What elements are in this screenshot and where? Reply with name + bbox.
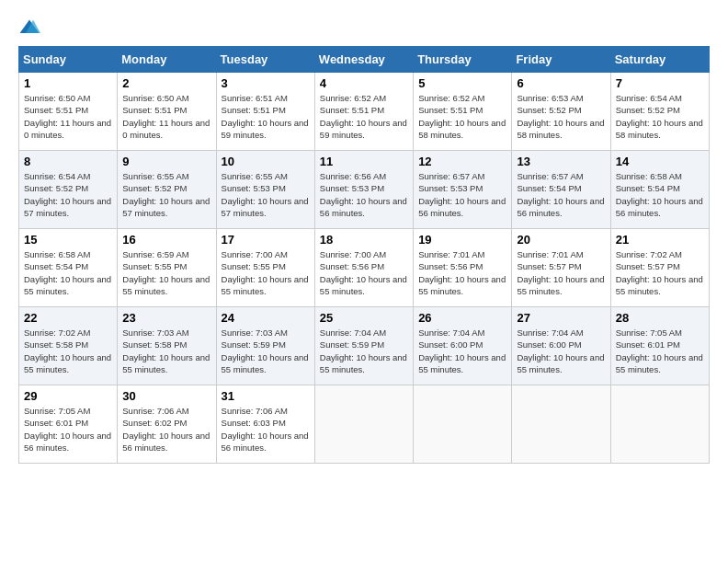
day-info: Sunrise: 6:54 AMSunset: 5:52 PMDaylight:…	[616, 92, 704, 141]
day-number: 18	[320, 233, 408, 247]
day-info: Sunrise: 6:54 AMSunset: 5:52 PMDaylight:…	[24, 170, 112, 219]
header	[18, 18, 710, 37]
day-info: Sunrise: 7:04 AMSunset: 6:00 PMDaylight:…	[517, 327, 605, 375]
day-number: 7	[616, 76, 704, 90]
day-number: 11	[320, 155, 408, 168]
day-number: 30	[122, 389, 210, 403]
calendar-cell: 20Sunrise: 7:01 AMSunset: 5:57 PMDayligh…	[512, 229, 610, 307]
day-number: 27	[517, 311, 605, 325]
calendar-cell: 1Sunrise: 6:50 AMSunset: 5:51 PMDaylight…	[19, 73, 118, 151]
calendar-cell	[610, 385, 709, 464]
calendar-cell: 18Sunrise: 7:00 AMSunset: 5:56 PMDayligh…	[314, 229, 413, 307]
day-info: Sunrise: 6:52 AMSunset: 5:51 PMDaylight:…	[320, 92, 408, 141]
day-header-sunday: Sunday	[19, 47, 118, 73]
day-info: Sunrise: 7:03 AMSunset: 5:58 PMDaylight:…	[122, 327, 210, 375]
calendar-cell: 6Sunrise: 6:53 AMSunset: 5:52 PMDaylight…	[512, 73, 610, 151]
calendar-cell: 9Sunrise: 6:55 AMSunset: 5:52 PMDaylight…	[118, 151, 216, 229]
day-number: 12	[418, 155, 506, 168]
day-header-saturday: Saturday	[610, 47, 709, 73]
day-info: Sunrise: 7:06 AMSunset: 6:02 PMDaylight:…	[122, 405, 210, 454]
calendar-cell: 21Sunrise: 7:02 AMSunset: 5:57 PMDayligh…	[610, 229, 709, 307]
day-number: 6	[517, 76, 605, 90]
calendar-week-row: 15Sunrise: 6:58 AMSunset: 5:54 PMDayligh…	[19, 229, 710, 307]
calendar-cell: 3Sunrise: 6:51 AMSunset: 5:51 PMDaylight…	[216, 73, 314, 151]
day-info: Sunrise: 7:01 AMSunset: 5:56 PMDaylight:…	[418, 248, 506, 297]
day-info: Sunrise: 6:58 AMSunset: 5:54 PMDaylight:…	[24, 248, 112, 297]
day-info: Sunrise: 7:04 AMSunset: 6:00 PMDaylight:…	[418, 327, 506, 375]
day-number: 2	[122, 76, 210, 90]
calendar-cell: 14Sunrise: 6:58 AMSunset: 5:54 PMDayligh…	[610, 151, 709, 229]
calendar-body: 1Sunrise: 6:50 AMSunset: 5:51 PMDaylight…	[19, 73, 710, 464]
calendar-cell: 10Sunrise: 6:55 AMSunset: 5:53 PMDayligh…	[216, 151, 314, 229]
day-header-wednesday: Wednesday	[314, 47, 413, 73]
calendar-table: SundayMondayTuesdayWednesdayThursdayFrid…	[18, 46, 710, 464]
day-number: 8	[24, 155, 112, 168]
day-number: 10	[222, 155, 310, 168]
day-header-monday: Monday	[118, 47, 216, 73]
calendar-cell	[414, 385, 512, 464]
calendar-cell: 25Sunrise: 7:04 AMSunset: 5:59 PMDayligh…	[314, 307, 413, 385]
calendar-cell: 24Sunrise: 7:03 AMSunset: 5:59 PMDayligh…	[216, 307, 314, 385]
calendar-cell: 17Sunrise: 7:00 AMSunset: 5:55 PMDayligh…	[216, 229, 314, 307]
calendar-cell: 5Sunrise: 6:52 AMSunset: 5:51 PMDaylight…	[414, 73, 512, 151]
day-number: 19	[418, 233, 506, 247]
day-info: Sunrise: 6:55 AMSunset: 5:52 PMDaylight:…	[122, 170, 210, 219]
calendar-cell	[512, 385, 610, 464]
day-number: 15	[24, 233, 112, 247]
calendar-cell: 28Sunrise: 7:05 AMSunset: 6:01 PMDayligh…	[610, 307, 709, 385]
day-info: Sunrise: 6:52 AMSunset: 5:51 PMDaylight:…	[418, 92, 506, 141]
logo	[18, 18, 44, 37]
day-number: 16	[122, 233, 210, 247]
logo-icon	[18, 18, 40, 37]
day-info: Sunrise: 6:59 AMSunset: 5:55 PMDaylight:…	[122, 248, 210, 297]
calendar-week-row: 22Sunrise: 7:02 AMSunset: 5:58 PMDayligh…	[19, 307, 710, 385]
day-number: 25	[320, 311, 408, 325]
day-info: Sunrise: 6:56 AMSunset: 5:53 PMDaylight:…	[320, 170, 408, 219]
calendar-week-row: 29Sunrise: 7:05 AMSunset: 6:01 PMDayligh…	[19, 385, 710, 464]
calendar-cell: 26Sunrise: 7:04 AMSunset: 6:00 PMDayligh…	[414, 307, 512, 385]
day-info: Sunrise: 6:53 AMSunset: 5:52 PMDaylight:…	[517, 92, 605, 141]
day-info: Sunrise: 7:05 AMSunset: 6:01 PMDaylight:…	[24, 405, 112, 454]
day-info: Sunrise: 7:05 AMSunset: 6:01 PMDaylight:…	[616, 327, 704, 375]
calendar-cell: 15Sunrise: 6:58 AMSunset: 5:54 PMDayligh…	[19, 229, 118, 307]
day-number: 1	[24, 76, 112, 90]
day-number: 31	[222, 389, 310, 403]
day-number: 29	[24, 389, 112, 403]
calendar-cell: 12Sunrise: 6:57 AMSunset: 5:53 PMDayligh…	[414, 151, 512, 229]
day-header-friday: Friday	[512, 47, 610, 73]
day-number: 26	[418, 311, 506, 325]
day-number: 24	[222, 311, 310, 325]
calendar-cell	[314, 385, 413, 464]
day-number: 22	[24, 311, 112, 325]
calendar-cell: 8Sunrise: 6:54 AMSunset: 5:52 PMDaylight…	[19, 151, 118, 229]
calendar-cell: 29Sunrise: 7:05 AMSunset: 6:01 PMDayligh…	[19, 385, 118, 464]
calendar-cell: 23Sunrise: 7:03 AMSunset: 5:58 PMDayligh…	[118, 307, 216, 385]
day-info: Sunrise: 7:02 AMSunset: 5:57 PMDaylight:…	[616, 248, 704, 297]
day-number: 17	[222, 233, 310, 247]
day-info: Sunrise: 6:50 AMSunset: 5:51 PMDaylight:…	[24, 92, 112, 141]
calendar-cell: 7Sunrise: 6:54 AMSunset: 5:52 PMDaylight…	[610, 73, 709, 151]
day-info: Sunrise: 7:02 AMSunset: 5:58 PMDaylight:…	[24, 327, 112, 375]
day-info: Sunrise: 7:04 AMSunset: 5:59 PMDaylight:…	[320, 327, 408, 375]
calendar-cell: 16Sunrise: 6:59 AMSunset: 5:55 PMDayligh…	[118, 229, 216, 307]
day-info: Sunrise: 6:58 AMSunset: 5:54 PMDaylight:…	[616, 170, 704, 219]
calendar-cell: 19Sunrise: 7:01 AMSunset: 5:56 PMDayligh…	[414, 229, 512, 307]
day-number: 13	[517, 155, 605, 168]
calendar-cell: 11Sunrise: 6:56 AMSunset: 5:53 PMDayligh…	[314, 151, 413, 229]
day-number: 20	[517, 233, 605, 247]
calendar-cell: 2Sunrise: 6:50 AMSunset: 5:51 PMDaylight…	[118, 73, 216, 151]
day-info: Sunrise: 6:50 AMSunset: 5:51 PMDaylight:…	[122, 92, 210, 141]
day-number: 4	[320, 76, 408, 90]
calendar-cell: 27Sunrise: 7:04 AMSunset: 6:00 PMDayligh…	[512, 307, 610, 385]
day-header-tuesday: Tuesday	[216, 47, 314, 73]
day-info: Sunrise: 6:55 AMSunset: 5:53 PMDaylight:…	[222, 170, 310, 219]
day-info: Sunrise: 6:51 AMSunset: 5:51 PMDaylight:…	[222, 92, 310, 141]
day-number: 3	[222, 76, 310, 90]
calendar-cell: 30Sunrise: 7:06 AMSunset: 6:02 PMDayligh…	[118, 385, 216, 464]
calendar-week-row: 8Sunrise: 6:54 AMSunset: 5:52 PMDaylight…	[19, 151, 710, 229]
day-info: Sunrise: 7:01 AMSunset: 5:57 PMDaylight:…	[517, 248, 605, 297]
day-info: Sunrise: 7:00 AMSunset: 5:55 PMDaylight:…	[222, 248, 310, 297]
calendar-cell: 13Sunrise: 6:57 AMSunset: 5:54 PMDayligh…	[512, 151, 610, 229]
day-info: Sunrise: 7:06 AMSunset: 6:03 PMDaylight:…	[222, 405, 310, 454]
day-info: Sunrise: 7:00 AMSunset: 5:56 PMDaylight:…	[320, 248, 408, 297]
